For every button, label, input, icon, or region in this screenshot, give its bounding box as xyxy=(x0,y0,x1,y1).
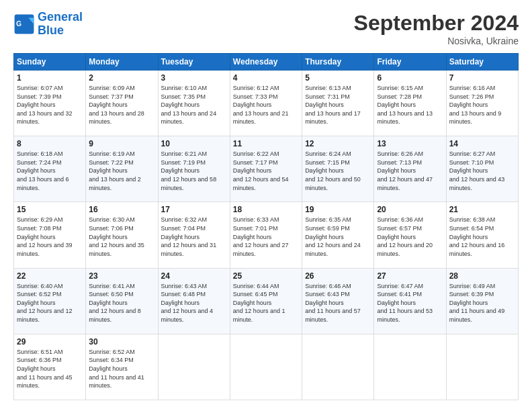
calendar-cell xyxy=(446,334,518,400)
title-block: September 2024 Nosivka, Ukraine xyxy=(354,11,519,46)
day-number: 9 xyxy=(89,139,154,148)
cell-text: Sunrise: 6:33 AMSunset: 7:01 PMDaylight … xyxy=(233,216,289,257)
day-number: 2 xyxy=(89,73,154,83)
calendar-cell xyxy=(158,334,230,400)
calendar-cell: 23 Sunrise: 6:41 AMSunset: 6:50 PMDaylig… xyxy=(86,268,158,334)
cell-text: Sunrise: 6:36 AMSunset: 6:57 PMDaylight … xyxy=(377,216,433,257)
day-number: 25 xyxy=(233,271,299,281)
day-header-saturday: Saturday xyxy=(446,54,518,71)
calendar-cell: 13 Sunrise: 6:26 AMSunset: 7:13 PMDaylig… xyxy=(374,136,446,202)
calendar-header-row: SundayMondayTuesdayWednesdayThursdayFrid… xyxy=(14,54,519,71)
cell-text: Sunrise: 6:38 AMSunset: 6:54 PMDaylight … xyxy=(449,216,505,257)
calendar-cell: 4 Sunrise: 6:12 AMSunset: 7:33 PMDayligh… xyxy=(230,71,302,136)
day-header-monday: Monday xyxy=(86,54,158,71)
calendar-cell xyxy=(374,334,446,400)
calendar-cell: 17 Sunrise: 6:32 AMSunset: 7:04 PMDaylig… xyxy=(158,202,230,268)
cell-text: Sunrise: 6:30 AMSunset: 7:06 PMDaylight … xyxy=(89,216,144,257)
cell-text: Sunrise: 6:35 AMSunset: 6:59 PMDaylight … xyxy=(305,216,361,257)
calendar-cell: 9 Sunrise: 6:19 AMSunset: 7:22 PMDayligh… xyxy=(86,136,158,202)
day-number: 6 xyxy=(377,73,443,83)
calendar-cell: 15 Sunrise: 6:29 AMSunset: 7:08 PMDaylig… xyxy=(14,202,86,268)
calendar-cell: 24 Sunrise: 6:43 AMSunset: 6:48 PMDaylig… xyxy=(158,268,230,334)
svg-text:G: G xyxy=(16,20,21,28)
day-number: 19 xyxy=(305,205,371,214)
day-number: 15 xyxy=(17,205,83,214)
calendar-week-row: 1 Sunrise: 6:07 AMSunset: 7:39 PMDayligh… xyxy=(14,71,519,136)
day-number: 21 xyxy=(449,205,515,214)
cell-text: Sunrise: 6:40 AMSunset: 6:52 PMDaylight … xyxy=(17,283,73,323)
location: Nosivka, Ukraine xyxy=(354,36,519,46)
calendar-cell: 12 Sunrise: 6:24 AMSunset: 7:15 PMDaylig… xyxy=(302,136,374,202)
cell-text: Sunrise: 6:09 AMSunset: 7:37 PMDaylight … xyxy=(89,85,144,125)
cell-text: Sunrise: 6:43 AMSunset: 6:48 PMDaylight … xyxy=(161,283,214,323)
day-number: 10 xyxy=(161,139,227,148)
day-number: 24 xyxy=(161,271,227,281)
calendar-cell: 19 Sunrise: 6:35 AMSunset: 6:59 PMDaylig… xyxy=(302,202,374,268)
day-number: 3 xyxy=(161,73,227,83)
cell-text: Sunrise: 6:22 AMSunset: 7:17 PMDaylight … xyxy=(233,150,289,191)
calendar-cell: 5 Sunrise: 6:13 AMSunset: 7:31 PMDayligh… xyxy=(302,71,374,136)
day-number: 27 xyxy=(377,271,443,281)
calendar-cell: 28 Sunrise: 6:49 AMSunset: 6:39 PMDaylig… xyxy=(446,268,518,334)
calendar-week-row: 15 Sunrise: 6:29 AMSunset: 7:08 PMDaylig… xyxy=(14,202,519,268)
calendar-cell: 21 Sunrise: 6:38 AMSunset: 6:54 PMDaylig… xyxy=(446,202,518,268)
calendar-table: SundayMondayTuesdayWednesdayThursdayFrid… xyxy=(13,53,519,400)
day-number: 1 xyxy=(17,73,83,83)
day-number: 14 xyxy=(449,139,515,148)
cell-text: Sunrise: 6:16 AMSunset: 7:26 PMDaylight … xyxy=(449,85,502,125)
day-number: 28 xyxy=(449,271,515,281)
calendar-cell: 26 Sunrise: 6:46 AMSunset: 6:43 PMDaylig… xyxy=(302,268,374,334)
day-number: 30 xyxy=(89,337,154,347)
cell-text: Sunrise: 6:44 AMSunset: 6:45 PMDaylight … xyxy=(233,283,285,323)
day-number: 20 xyxy=(377,205,443,214)
cell-text: Sunrise: 6:12 AMSunset: 7:33 PMDaylight … xyxy=(233,85,289,125)
cell-text: Sunrise: 6:21 AMSunset: 7:19 PMDaylight … xyxy=(161,150,217,191)
day-number: 8 xyxy=(17,139,83,148)
logo-line2: Blue xyxy=(38,24,64,37)
logo-line1: General xyxy=(38,10,83,24)
day-header-thursday: Thursday xyxy=(302,54,374,71)
calendar-cell xyxy=(302,334,374,400)
day-number: 11 xyxy=(233,139,299,148)
day-header-wednesday: Wednesday xyxy=(230,54,302,71)
cell-text: Sunrise: 6:10 AMSunset: 7:35 PMDaylight … xyxy=(161,85,217,125)
calendar-cell: 1 Sunrise: 6:07 AMSunset: 7:39 PMDayligh… xyxy=(14,71,86,136)
cell-text: Sunrise: 6:24 AMSunset: 7:15 PMDaylight … xyxy=(305,150,361,191)
header: G General Blue September 2024 Nosivka, U… xyxy=(13,11,519,46)
day-number: 7 xyxy=(449,73,515,83)
day-number: 13 xyxy=(377,139,443,148)
calendar-cell: 27 Sunrise: 6:47 AMSunset: 6:41 PMDaylig… xyxy=(374,268,446,334)
day-number: 26 xyxy=(305,271,371,281)
day-header-friday: Friday xyxy=(374,54,446,71)
cell-text: Sunrise: 6:26 AMSunset: 7:13 PMDaylight … xyxy=(377,150,433,191)
cell-text: Sunrise: 6:52 AMSunset: 6:34 PMDaylight … xyxy=(89,349,144,389)
day-number: 23 xyxy=(89,271,154,281)
day-number: 4 xyxy=(233,73,299,83)
day-number: 29 xyxy=(17,337,83,347)
calendar-cell xyxy=(230,334,302,400)
day-number: 16 xyxy=(89,205,154,214)
logo-text: General Blue xyxy=(38,11,83,38)
day-header-tuesday: Tuesday xyxy=(158,54,230,71)
calendar-cell: 20 Sunrise: 6:36 AMSunset: 6:57 PMDaylig… xyxy=(374,202,446,268)
cell-text: Sunrise: 6:49 AMSunset: 6:39 PMDaylight … xyxy=(449,283,505,323)
cell-text: Sunrise: 6:32 AMSunset: 7:04 PMDaylight … xyxy=(161,216,217,257)
calendar-cell: 6 Sunrise: 6:15 AMSunset: 7:28 PMDayligh… xyxy=(374,71,446,136)
calendar-cell: 14 Sunrise: 6:27 AMSunset: 7:10 PMDaylig… xyxy=(446,136,518,202)
day-number: 17 xyxy=(161,205,227,214)
day-number: 12 xyxy=(305,139,371,148)
cell-text: Sunrise: 6:19 AMSunset: 7:22 PMDaylight … xyxy=(89,150,141,191)
cell-text: Sunrise: 6:41 AMSunset: 6:50 PMDaylight … xyxy=(89,283,141,323)
cell-text: Sunrise: 6:13 AMSunset: 7:31 PMDaylight … xyxy=(305,85,361,125)
calendar-cell: 2 Sunrise: 6:09 AMSunset: 7:37 PMDayligh… xyxy=(86,71,158,136)
logo-icon: G xyxy=(13,13,35,35)
calendar-cell: 30 Sunrise: 6:52 AMSunset: 6:34 PMDaylig… xyxy=(86,334,158,400)
cell-text: Sunrise: 6:07 AMSunset: 7:39 PMDaylight … xyxy=(17,85,73,125)
calendar-cell: 11 Sunrise: 6:22 AMSunset: 7:17 PMDaylig… xyxy=(230,136,302,202)
cell-text: Sunrise: 6:46 AMSunset: 6:43 PMDaylight … xyxy=(305,283,361,323)
day-number: 5 xyxy=(305,73,371,83)
day-number: 18 xyxy=(233,205,299,214)
cell-text: Sunrise: 6:27 AMSunset: 7:10 PMDaylight … xyxy=(449,150,505,191)
calendar-cell: 22 Sunrise: 6:40 AMSunset: 6:52 PMDaylig… xyxy=(14,268,86,334)
cell-text: Sunrise: 6:18 AMSunset: 7:24 PMDaylight … xyxy=(17,150,69,191)
